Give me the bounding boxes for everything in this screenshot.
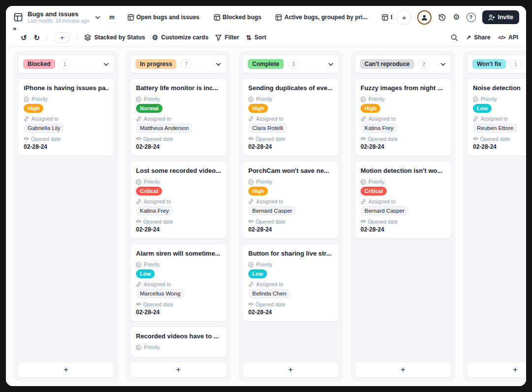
gear-icon[interactable]: ⚙	[453, 13, 460, 21]
opened-date-value: 02-28-24	[361, 226, 445, 233]
assignee-chip: Mattheus Anderson	[136, 123, 193, 133]
add-card-button[interactable]: +	[18, 362, 114, 378]
kanban-card[interactable]: PorchCam won't save ne...PriorityHighAss…	[242, 161, 339, 239]
cards-list: iPhone is having issues pa...PriorityHig…	[18, 78, 114, 358]
app-window: Bugs and issues Last modify: 24 minutes …	[6, 6, 526, 386]
status-badge: Won't fix	[472, 59, 506, 69]
assignee-chip: Bernard Casper	[361, 206, 408, 216]
priority-field-label: Priority	[361, 179, 445, 185]
card-title: Button for sharing live str...	[248, 250, 333, 258]
kanban-card[interactable]: iPhone is having issues pa...PriorityHig…	[18, 78, 114, 156]
tab-open-bugs-and-issues[interactable]: Open bugs and issues	[125, 11, 202, 23]
avatar[interactable]	[417, 10, 432, 25]
gear-icon: ⚙	[152, 34, 159, 41]
add-record-button[interactable]: +	[54, 32, 70, 43]
assigned-field-label: Assigned to	[361, 198, 445, 204]
opened-date-value: 02-28-24	[248, 226, 333, 233]
priority-field-label: Priority	[248, 96, 333, 102]
column-header[interactable]: Won't fix1	[467, 55, 526, 73]
add-view-button[interactable]: +	[397, 10, 411, 24]
toolbar-divider	[47, 33, 47, 41]
kanban-card[interactable]: Fuzzy images from night ...PriorityHighA…	[355, 78, 451, 156]
priority-field-label: Priority	[248, 261, 333, 267]
chevron-down-icon[interactable]	[328, 63, 333, 66]
assignee-chip: Marcellus Wong	[136, 289, 184, 298]
tab-blocked-bugs[interactable]: Blocked bugs	[211, 11, 265, 23]
help-icon[interactable]: ?	[466, 13, 476, 22]
tab-bugs-by-assignee[interactable]: Bugs by assignee	[379, 11, 392, 23]
opened-date-value: 02-28-24	[361, 143, 445, 150]
chevron-down-icon[interactable]	[95, 16, 100, 19]
column-header[interactable]: Complete3	[242, 55, 339, 73]
view-title-block[interactable]: Bugs and issues Last modify: 24 minutes …	[28, 11, 89, 24]
kanban-card[interactable]: Alarm siren will sometime...PriorityLowA…	[130, 244, 227, 322]
column-header[interactable]: Can't reproduce2	[355, 55, 451, 73]
add-card-button[interactable]: +	[355, 362, 451, 378]
priority-field-label: Priority	[361, 96, 445, 102]
priority-badge: High	[24, 104, 43, 113]
kanban-card[interactable]: Battery life monitor is inc...PriorityNo…	[130, 78, 227, 156]
sort-button[interactable]: ⇅ Sort	[246, 34, 266, 41]
opened-date-value: 02-28-24	[473, 143, 526, 150]
grid-icon	[275, 14, 282, 21]
grid-icon	[382, 14, 388, 21]
priority-badge: Low	[248, 269, 267, 278]
add-user-icon	[488, 14, 495, 21]
priority-badge: Critical	[361, 187, 387, 196]
toolbar-right: ↗ Share </> API	[451, 34, 518, 41]
assigned-field-label: Assigned to	[473, 116, 526, 122]
add-card-button[interactable]: +	[467, 362, 526, 378]
invite-button[interactable]: Invite	[482, 10, 519, 24]
chevron-down-icon[interactable]	[440, 63, 446, 66]
card-count: 1	[59, 60, 71, 68]
status-badge: Complete	[248, 59, 284, 69]
status-badge: Blocked	[23, 59, 55, 69]
funnel-icon	[215, 34, 222, 41]
expand-sidebar-button[interactable]: »	[10, 24, 20, 34]
search-icon[interactable]	[451, 34, 458, 41]
kanban-column: In progress7Battery life monitor is inc.…	[126, 51, 231, 382]
redo-button[interactable]: ↻	[34, 34, 40, 41]
card-title: Lost some recorded video...	[136, 167, 221, 175]
tab-active-bugs-grouped-by-pri[interactable]: Active bugs, grouped by pri...	[272, 11, 370, 23]
opened-date-value: 02-28-24	[248, 143, 333, 150]
page-title: Bugs and issues	[28, 11, 89, 18]
card-title: iPhone is having issues pa...	[24, 84, 108, 92]
chevron-down-icon[interactable]	[216, 63, 221, 66]
api-button[interactable]: </> API	[499, 34, 518, 41]
opened-date-field-label: <>Opened date	[136, 136, 221, 142]
tab-partial[interactable]: m	[109, 14, 115, 21]
kanban-card[interactable]: Motion detection isn't wo...PriorityCrit…	[355, 161, 451, 239]
kanban-card[interactable]: Lost some recorded video...PriorityCriti…	[130, 161, 227, 239]
add-card-button[interactable]: +	[242, 362, 339, 378]
kanban-card[interactable]: Recorded videos have to ...Priority	[130, 327, 227, 358]
column-header[interactable]: Blocked1	[18, 55, 114, 73]
status-badge: Can't reproduce	[360, 59, 414, 69]
stacked-by-button[interactable]: Stacked by Status	[84, 34, 145, 41]
cards-list: Sending duplicates of eve...PriorityHigh…	[242, 78, 339, 358]
priority-field-label: Priority	[24, 96, 108, 102]
kanban-card[interactable]: Button for sharing live str...PriorityLo…	[242, 244, 339, 322]
share-arrow-icon: ↗	[466, 34, 471, 41]
undo-button[interactable]: ↺	[21, 34, 27, 41]
toolbar-divider	[77, 33, 77, 41]
kanban-card[interactable]: Noise detectionPriorityLowAssigned toReu…	[467, 78, 526, 156]
column-header[interactable]: In progress7	[130, 55, 227, 73]
priority-badge: High	[248, 104, 268, 113]
filter-button[interactable]: Filter	[215, 34, 239, 41]
assigned-field-label: Assigned to	[136, 281, 221, 287]
history-icon[interactable]	[438, 13, 446, 22]
grid-icon	[214, 14, 220, 21]
cards-list: Fuzzy images from night ...PriorityHighA…	[355, 78, 451, 358]
chevron-down-icon[interactable]	[103, 63, 109, 66]
card-title: Recorded videos have to ...	[136, 332, 221, 340]
share-button[interactable]: ↗ Share	[466, 34, 490, 41]
sort-icon: ⇅	[246, 34, 251, 41]
add-card-button[interactable]: +	[130, 362, 227, 378]
view-tabs: Open bugs and issuesBlocked bugsActive b…	[125, 11, 393, 23]
kanban-card[interactable]: Sending duplicates of eve...PriorityHigh…	[242, 78, 339, 156]
header-actions: + ⚙ ? Invite	[397, 10, 519, 25]
code-icon: </>	[499, 34, 505, 40]
kanban-column: Can't reproduce2Fuzzy images from night …	[351, 51, 455, 382]
customize-cards-button[interactable]: ⚙ Customize cards	[152, 34, 209, 41]
